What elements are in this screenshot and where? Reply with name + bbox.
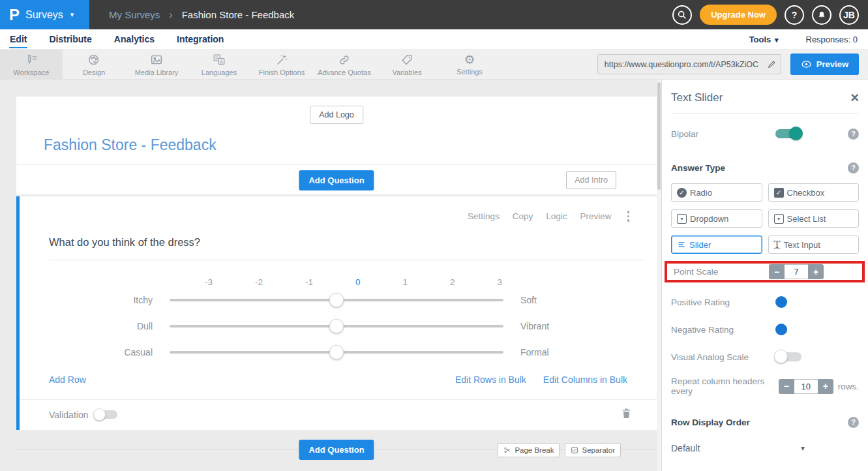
- delete-question-button[interactable]: [621, 407, 632, 422]
- slider-track[interactable]: [170, 313, 503, 339]
- edit-rows-in-bulk-link[interactable]: Edit Rows in Bulk: [455, 374, 526, 385]
- question-settings-panel: Text Slider × Bipolar ? Answer Type ? Ra…: [661, 80, 868, 471]
- answer-type-select-list[interactable]: ▾Select List: [768, 209, 860, 228]
- slider-left-label[interactable]: Itchy: [20, 295, 170, 305]
- page-break-button[interactable]: Page Break: [498, 443, 560, 457]
- kebab-menu-icon[interactable]: [625, 209, 633, 223]
- slider-handle[interactable]: [329, 345, 344, 359]
- tab-analytics[interactable]: Analytics: [113, 31, 155, 48]
- user-avatar[interactable]: JB: [839, 5, 859, 25]
- tab-edit[interactable]: Edit: [9, 31, 27, 48]
- breadcrumb-separator-icon: ›: [169, 9, 172, 21]
- separator-button[interactable]: Separator: [565, 443, 621, 457]
- bipolar-toggle[interactable]: [775, 129, 801, 138]
- checked-box-icon: [571, 446, 578, 454]
- gear-icon: ⚙: [464, 53, 475, 67]
- answer-type-radio[interactable]: Radio: [671, 183, 762, 202]
- responses-count[interactable]: Responses: 0: [806, 35, 858, 44]
- section-tabs: Edit Distribute Analytics Integration: [0, 31, 224, 48]
- question-text[interactable]: What do you think of the dress?: [49, 236, 657, 249]
- answer-type-checkbox[interactable]: Checkbox: [768, 183, 860, 202]
- answer-type-grid: Radio Checkbox ▾Dropdown ▾Select List Sl…: [671, 183, 859, 254]
- toolbar-item-variables[interactable]: Variables: [376, 50, 438, 79]
- notifications-button[interactable]: [812, 5, 831, 25]
- toolbar-item-languages[interactable]: A Languages: [188, 50, 250, 79]
- add-question-button-bottom[interactable]: Add Question: [299, 440, 374, 460]
- repeat-headers-stepper: − 10 +: [779, 379, 833, 394]
- add-row-link[interactable]: Add Row: [49, 374, 86, 385]
- tools-menu[interactable]: Tools ▾: [749, 35, 779, 44]
- tab-integration[interactable]: Integration: [176, 31, 224, 48]
- negative-rating-label: Negative Rating: [671, 325, 734, 335]
- decrement-button[interactable]: −: [779, 379, 794, 394]
- slider-right-label[interactable]: Formal: [503, 347, 549, 357]
- toolbar-item-design[interactable]: Design: [63, 50, 125, 79]
- section-nav-bar: Edit Distribute Analytics Integration To…: [0, 29, 868, 50]
- repeat-headers-value[interactable]: 10: [794, 379, 818, 394]
- toolbar-item-workspace[interactable]: Workspace: [0, 50, 63, 79]
- scale-label: 1: [402, 277, 408, 287]
- scrollbar-thumb[interactable]: [657, 82, 661, 190]
- survey-title[interactable]: Fashion Store - Feedback: [44, 136, 217, 154]
- toolbar-item-finish-options[interactable]: Finish Options: [250, 50, 313, 79]
- row-display-order-dropdown[interactable]: Default ▾: [671, 443, 805, 453]
- question-copy-link[interactable]: Copy: [513, 211, 533, 221]
- scissors-icon: [503, 446, 511, 454]
- slider-track[interactable]: [170, 339, 503, 365]
- slider-left-label[interactable]: Casual: [20, 347, 170, 357]
- bipolar-help-icon[interactable]: ?: [848, 129, 859, 140]
- answer-type-help-icon[interactable]: ?: [848, 162, 859, 174]
- row-display-order-row: Row Display Order ?: [671, 414, 859, 430]
- slider-icon: [677, 241, 686, 249]
- repeat-headers-suffix: rows.: [838, 382, 859, 391]
- preview-button[interactable]: Preview: [790, 53, 859, 75]
- survey-url-input[interactable]: [605, 60, 767, 69]
- slider-track[interactable]: [170, 287, 503, 313]
- edit-pencil-icon[interactable]: [767, 59, 777, 69]
- surveys-product-menu[interactable]: P Surveys ▾: [0, 0, 89, 29]
- slider-left-label[interactable]: Dull: [20, 321, 170, 331]
- upgrade-now-button[interactable]: Upgrade Now: [700, 5, 777, 25]
- add-intro-button[interactable]: Add Intro: [566, 171, 616, 189]
- slider-right-label[interactable]: Vibrant: [503, 321, 549, 331]
- question-preview-link[interactable]: Preview: [580, 211, 611, 221]
- negative-rating-row: Negative Rating: [671, 322, 859, 337]
- vertical-scrollbar[interactable]: [657, 80, 661, 471]
- answer-type-text-input[interactable]: TText Input: [768, 236, 860, 254]
- toolbar-item-advance-quotas[interactable]: Advance Quotas: [313, 50, 376, 79]
- chevron-down-icon: ▾: [801, 444, 805, 453]
- add-logo-button[interactable]: Add Logo: [310, 106, 363, 124]
- search-button[interactable]: [672, 5, 692, 25]
- tag-icon: [400, 53, 414, 67]
- slider-handle[interactable]: [329, 293, 344, 307]
- close-panel-button[interactable]: ×: [850, 91, 859, 105]
- breadcrumb-current-survey: Fashion Store - Feedback: [182, 9, 295, 20]
- add-question-button-top[interactable]: Add Question: [299, 170, 374, 190]
- row-display-order-help-icon[interactable]: ?: [848, 417, 859, 428]
- toolbar-item-settings[interactable]: ⚙ Settings: [438, 50, 501, 79]
- decrement-button[interactable]: −: [769, 264, 785, 279]
- point-scale-value[interactable]: 7: [785, 264, 808, 279]
- increment-button[interactable]: +: [818, 379, 833, 394]
- wand-icon: [275, 53, 289, 67]
- toolbar-item-media-library[interactable]: Media Library: [125, 50, 188, 79]
- help-button[interactable]: ?: [785, 5, 804, 25]
- edit-columns-in-bulk-link[interactable]: Edit Columns in Bulk: [543, 374, 627, 385]
- question-toolbar: Settings Copy Logic Preview: [20, 196, 657, 223]
- answer-type-dropdown[interactable]: ▾Dropdown: [671, 209, 762, 228]
- negative-rating-color-swatch[interactable]: [775, 324, 787, 335]
- tab-distribute[interactable]: Distribute: [48, 31, 92, 48]
- dropdown-icon: ▾: [677, 214, 687, 224]
- breadcrumb-my-surveys[interactable]: My Surveys: [109, 9, 160, 20]
- positive-rating-color-swatch[interactable]: [775, 296, 787, 308]
- slider-right-label[interactable]: Soft: [503, 295, 537, 305]
- slider-handle[interactable]: [329, 319, 344, 333]
- question-logic-link[interactable]: Logic: [546, 211, 567, 221]
- validation-toggle[interactable]: [95, 410, 117, 419]
- question-settings-link[interactable]: Settings: [468, 211, 500, 221]
- increment-button[interactable]: +: [808, 264, 824, 279]
- translate-icon: A: [212, 53, 226, 67]
- link-icon: [337, 53, 352, 67]
- answer-type-slider[interactable]: Slider: [671, 236, 762, 254]
- visual-analog-toggle[interactable]: [775, 352, 801, 361]
